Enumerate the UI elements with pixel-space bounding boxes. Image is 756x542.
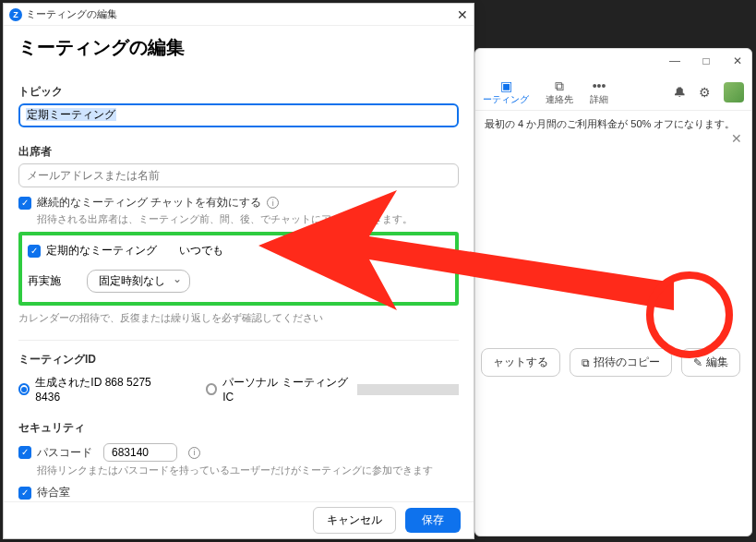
pencil-icon: ✎ (693, 356, 702, 369)
promo-text: 最初の 4 か月間のご利用料金が 50% オフになります。 (485, 118, 735, 129)
attendees-label: 出席者 (18, 144, 459, 160)
attendees-input[interactable] (18, 163, 459, 187)
personal-id-radio[interactable] (206, 383, 217, 395)
tab-more[interactable]: ••• 詳細 (590, 78, 608, 106)
dialog-body: ミーティングの編集 トピック 定期ミーティング 出席者 ✓ 継続的なミーティング… (4, 26, 474, 501)
copy-icon: ⧉ (582, 356, 590, 369)
topic-label: トピック (18, 84, 459, 100)
calendar-note: カレンダーの招待で、反復または繰り返しを必ず確認してください (18, 311, 459, 325)
recurring-anytime-label: いつでも (179, 243, 223, 259)
tab-contacts[interactable]: ⧉ 連絡先 (546, 78, 573, 106)
passcode-checkbox[interactable]: ✓ (18, 446, 31, 459)
recurring-checkbox[interactable]: ✓ (28, 245, 41, 258)
topic-value: 定期ミーティング (26, 108, 116, 121)
window-close-button[interactable]: ✕ (731, 54, 744, 67)
contacts-icon: ⧉ (555, 78, 564, 93)
fixed-time-value: 固定時刻なし (99, 274, 165, 287)
info-icon[interactable]: i (188, 447, 200, 459)
dialog-heading: ミーティングの編集 (18, 35, 459, 60)
settings-icon[interactable]: ⚙ (699, 85, 711, 100)
waiting-room-checkbox[interactable]: ✓ (18, 487, 31, 500)
topic-input[interactable]: 定期ミーティング (18, 103, 459, 127)
tab-meetings-label: ーティング (483, 93, 529, 106)
chat-button-label: ャットする (493, 355, 548, 370)
zoom-logo-icon: Z (9, 8, 22, 21)
copy-invite-button[interactable]: ⧉ 招待のコピー (570, 348, 672, 377)
window-minimize-button[interactable]: — (668, 54, 681, 67)
avatar[interactable] (724, 82, 744, 102)
cancel-button[interactable]: キャンセル (313, 507, 396, 534)
waiting-room-label: 待合室 (37, 485, 70, 500)
generated-id-label: 生成されたID 868 5275 8436 (35, 375, 168, 403)
edit-meeting-dialog: Z ミーティングの編集 ✕ ミーティングの編集 トピック 定期ミーティング 出席… (3, 3, 474, 539)
dialog-close-button[interactable]: ✕ (457, 7, 468, 22)
copy-invite-label: 招待のコピー (594, 355, 660, 370)
generated-id-radio[interactable] (18, 383, 30, 395)
save-button[interactable]: 保存 (405, 508, 461, 533)
window-controls: — □ ✕ (668, 54, 744, 67)
tab-more-label: 詳細 (590, 93, 608, 106)
personal-id-label: パーソナル ミーティング IC (222, 375, 352, 403)
recurring-highlight-box: ✓ 定期的なミーティング いつでも 再実施 固定時刻なし (18, 232, 459, 306)
promo-banner: 最初の 4 か月間のご利用料金が 50% オフになります。 ✕ (481, 112, 746, 151)
info-icon[interactable]: i (267, 197, 279, 209)
passcode-note: 招待リンクまたはパスコードを持っているユーザーだけがミーティングに参加できます (37, 464, 459, 477)
persistent-chat-checkbox[interactable]: ✓ (18, 197, 31, 210)
zoom-main-window: — □ ✕ ▣ ーティング ⧉ 連絡先 ••• 詳細 🔔︎ ⚙ 最初の 4 か月… (474, 48, 752, 536)
personal-id-masked (357, 384, 459, 395)
chat-button[interactable]: ャットする (481, 348, 560, 377)
passcode-label: パスコード (37, 445, 92, 461)
edit-button-label: 編集 (706, 355, 728, 370)
video-icon: ▣ (500, 78, 512, 93)
fixed-time-select[interactable]: 固定時刻なし (87, 270, 190, 293)
dialog-footer: キャンセル 保存 (4, 501, 474, 538)
tab-contacts-label: 連絡先 (546, 93, 573, 106)
tab-meetings[interactable]: ▣ ーティング (483, 78, 529, 106)
notifications-icon[interactable]: 🔔︎ (673, 85, 686, 100)
passcode-input[interactable] (103, 443, 177, 462)
window-maximize-button[interactable]: □ (700, 54, 713, 67)
edit-button[interactable]: ✎ 編集 (681, 348, 740, 377)
dialog-title: ミーティングの編集 (26, 7, 117, 21)
rerun-label: 再実施 (28, 273, 61, 289)
security-label: セキュリティ (18, 420, 459, 436)
dialog-titlebar: Z ミーティングの編集 ✕ (4, 4, 474, 26)
meeting-id-label: ミーティングID (18, 352, 459, 367)
promo-close-icon[interactable]: ✕ (731, 131, 742, 146)
recurring-label: 定期的なミーティング (46, 243, 157, 259)
main-tabs: ▣ ーティング ⧉ 連絡先 ••• 詳細 🔔︎ ⚙ (475, 78, 751, 111)
persistent-chat-note: 招待される出席者は、ミーティング前、間、後、でチャットにアクセスできます。 (37, 212, 459, 226)
meeting-action-buttons: ャットする ⧉ 招待のコピー ✎ 編集 (481, 348, 740, 377)
persistent-chat-label: 継続的なミーティング チャットを有効にする (37, 195, 261, 211)
more-icon: ••• (593, 78, 606, 93)
